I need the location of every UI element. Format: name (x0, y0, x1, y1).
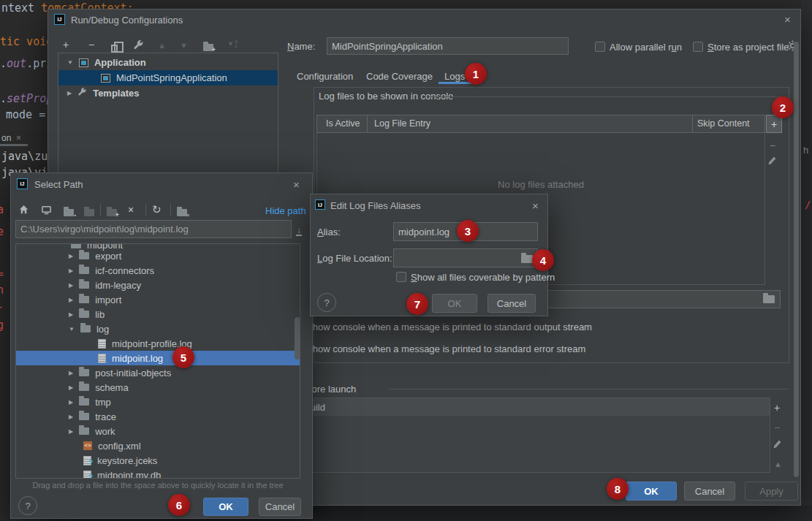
tree-item-midpoint-profile-log[interactable]: midpoint-profile.log (16, 336, 300, 351)
tree-item-work[interactable]: ▶work (16, 424, 300, 438)
chevron-right-icon[interactable]: ▶ (69, 414, 73, 420)
open-folder-icon[interactable] (763, 293, 775, 306)
close-icon[interactable]: × (293, 179, 300, 190)
new-folder-icon[interactable]: + (107, 206, 117, 219)
console-error-fragment: = (0, 267, 4, 281)
file-tree: midpoint ▶export ▶icf-connectors ▶idm-le… (15, 243, 300, 479)
chevron-right-icon[interactable]: ▶ (67, 90, 72, 96)
step-badge-4: 4 (532, 249, 554, 271)
download-icon[interactable]: ↓ (296, 223, 302, 236)
step-badge-8: 8 (607, 478, 629, 500)
add-task-icon[interactable]: + (774, 402, 780, 414)
tree-item-midpoint-log[interactable]: midpoint.log (16, 351, 300, 365)
tab-logs[interactable]: Logs (444, 71, 465, 82)
tree-item-midpointspringapplication[interactable]: MidPointSpringApplication (58, 70, 278, 85)
desktop-icon[interactable] (41, 205, 52, 218)
edit-task-icon[interactable] (775, 439, 778, 452)
help-button[interactable]: ? (18, 496, 37, 515)
chevron-right-icon[interactable]: ▶ (69, 297, 73, 303)
chevron-right-icon[interactable]: ▶ (69, 384, 73, 391)
close-icon[interactable]: × (16, 133, 21, 143)
hide-path-link[interactable]: Hide path (265, 205, 306, 216)
chevron-right-icon[interactable]: ▶ (69, 370, 73, 376)
tab-configuration[interactable]: Configuration (297, 71, 353, 82)
store-as-project-file-label[interactable]: Store as project file (707, 42, 789, 53)
help-button[interactable]: ? (317, 293, 336, 312)
folder-icon (79, 281, 89, 289)
before-launch-item-build[interactable]: Build (301, 398, 770, 416)
tree-item-idm-legacy[interactable]: ▶idm-legacy (16, 278, 300, 292)
tree-item-config-xml[interactable]: <>config.xml (16, 438, 300, 453)
move-down-icon[interactable]: ▼ (180, 39, 188, 51)
chevron-down-icon[interactable]: ▼ (67, 59, 73, 66)
open-folder-icon[interactable] (521, 253, 533, 266)
refresh-icon[interactable]: ↻ (152, 203, 162, 216)
tree-item-import[interactable]: ▶import (16, 292, 300, 307)
tree-item-log[interactable]: ▼log (16, 322, 300, 336)
remove-task-icon[interactable]: − (774, 422, 780, 433)
column-header-skip-content[interactable]: Skip Content (697, 118, 750, 129)
column-header-log-file-entry[interactable]: Log File Entry (374, 118, 430, 129)
sort-alpha-icon[interactable]: ▼az (227, 39, 238, 48)
tree-item-templates[interactable]: ▶ Templates (58, 85, 278, 101)
chevron-right-icon[interactable]: ▶ (69, 282, 73, 289)
close-icon[interactable]: × (784, 14, 791, 25)
show-all-files-label[interactable]: Show all files coverable by pattern (411, 272, 555, 283)
step-badge-2: 2 (772, 96, 794, 118)
dialog-scrollbar[interactable] (794, 42, 799, 477)
tree-item-export[interactable]: ▶export (16, 248, 300, 263)
close-icon[interactable]: × (532, 200, 539, 211)
edit-log-file-icon[interactable] (770, 156, 773, 169)
tab-underline (0, 144, 28, 146)
ok-button[interactable]: OK (203, 498, 248, 516)
log-file-location-input[interactable] (393, 248, 538, 267)
add-configuration-icon[interactable]: + (63, 39, 69, 50)
ok-button[interactable]: OK (432, 294, 477, 313)
cancel-button[interactable]: Cancel (259, 498, 301, 516)
delete-icon[interactable]: × (128, 204, 134, 216)
tree-item-trace[interactable]: ▶trace (16, 409, 300, 424)
cancel-button[interactable]: Cancel (684, 482, 735, 501)
tree-item-application[interactable]: ▼ Application (58, 55, 278, 70)
apply-button[interactable]: Apply (745, 482, 798, 501)
home-icon[interactable] (18, 204, 29, 218)
folder-icon (79, 267, 89, 274)
chevron-right-icon[interactable]: ▶ (69, 399, 73, 406)
tree-item-lib[interactable]: ▶lib (16, 307, 300, 322)
remove-configuration-icon[interactable]: − (88, 39, 94, 50)
chevron-right-icon[interactable]: ▶ (69, 311, 73, 318)
store-as-project-file-checkbox[interactable] (693, 42, 703, 52)
path-input[interactable] (15, 220, 292, 238)
tree-item-icf-connectors[interactable]: ▶icf-connectors (16, 263, 300, 278)
allow-parallel-run-checkbox[interactable] (595, 42, 605, 52)
stderr-label[interactable]: Show console when a message is printed t… (306, 343, 585, 354)
module-folder-icon[interactable]: ▪ (64, 206, 74, 219)
move-task-up-icon[interactable]: ▲ (774, 458, 782, 470)
chevron-right-icon[interactable]: ▶ (69, 428, 73, 435)
folder-icon (79, 311, 89, 318)
show-all-files-checkbox[interactable] (396, 272, 406, 282)
column-header-is-active[interactable]: Is Active (326, 118, 360, 129)
ok-button[interactable]: OK (626, 482, 677, 501)
hidden-files-folder-icon[interactable]: ≡ (177, 206, 187, 219)
tree-item-tmp[interactable]: ▶tmp (16, 395, 300, 409)
name-input[interactable] (327, 37, 569, 55)
folder-icon (79, 427, 89, 435)
chevron-right-icon[interactable]: ▶ (69, 267, 73, 274)
stdout-label[interactable]: Show console when a message is printed t… (306, 322, 592, 332)
tree-item-midpoint-mv-db[interactable]: midpoint.mv.db (16, 468, 300, 479)
tree-item-keystore-jceks[interactable]: keystore.jceks (16, 453, 300, 468)
tree-scrollbar[interactable] (295, 317, 300, 360)
move-up-icon[interactable]: ▲ (158, 39, 166, 51)
remove-log-file-icon[interactable]: − (770, 140, 775, 151)
alias-label: Alias: (317, 227, 341, 237)
project-folder-icon[interactable] (84, 206, 94, 219)
chevron-right-icon[interactable]: ▶ (69, 253, 73, 259)
chevron-down-icon[interactable]: ▼ (69, 326, 75, 332)
cancel-button[interactable]: Cancel (487, 294, 536, 313)
tree-item-schema[interactable]: ▶schema (16, 380, 300, 395)
editor-tab[interactable]: on × (1, 133, 21, 143)
allow-parallel-run-label[interactable]: Allow parallel run (610, 42, 682, 53)
tab-code-coverage[interactable]: Code Coverage (366, 71, 433, 82)
tree-item-post-initial-objects[interactable]: ▶post-initial-objects (16, 365, 300, 380)
